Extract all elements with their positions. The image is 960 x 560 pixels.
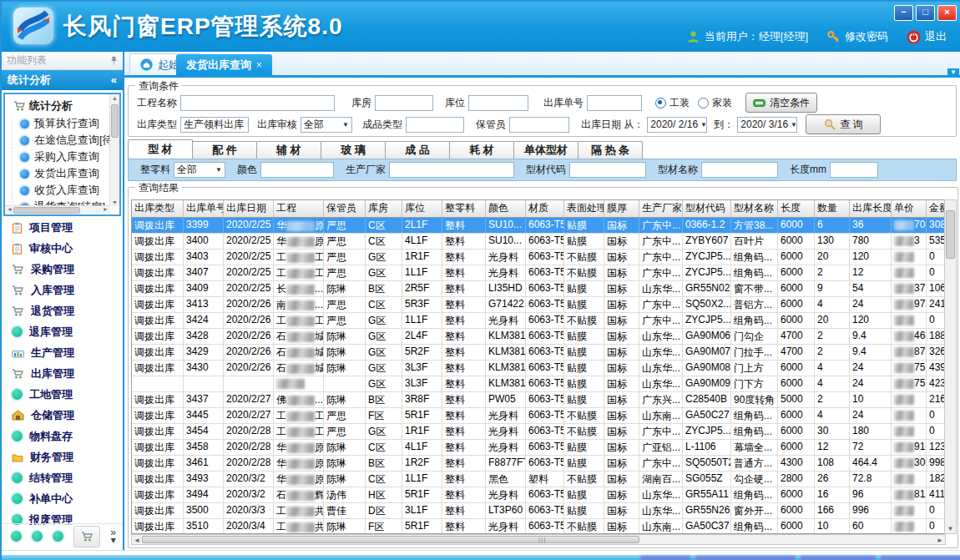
minimize-button[interactable]: − bbox=[894, 5, 913, 21]
column-header-表面处理[interactable]: 表面处理 bbox=[564, 200, 604, 217]
table-vertical-scrollbar[interactable]: ▼ bbox=[944, 199, 957, 534]
sidebar-item-仓储管理[interactable]: 仓储管理 bbox=[2, 405, 123, 426]
material-tab-玻璃[interactable]: 玻 璃 bbox=[321, 141, 386, 159]
sidebar-item-退货管理[interactable]: 退货管理 bbox=[2, 300, 123, 321]
sidebar-item-生产管理[interactable]: 生产管理 bbox=[2, 342, 123, 363]
column-header-膜厚[interactable]: 膜厚 bbox=[604, 200, 639, 217]
table-row[interactable]: G区3L3F整料KLM38176063-T5贴膜国标山东华...GA90M09.… bbox=[132, 376, 946, 392]
table-row[interactable]: 调拨出库35102020/3/4工共工程陈琳F区5R1F整料光身料6063-T5… bbox=[132, 519, 946, 534]
change-password-button[interactable]: 修改密码 bbox=[826, 29, 888, 44]
column-header-出库日期[interactable]: 出库日期 bbox=[224, 200, 274, 217]
date-to-select[interactable]: 2020/ 3/16▼ bbox=[737, 117, 797, 133]
maximize-button[interactable]: □ bbox=[916, 5, 935, 21]
logout-button[interactable]: 退出 bbox=[907, 29, 947, 44]
sidebar-item-出库管理[interactable]: 出库管理 bbox=[2, 363, 123, 384]
sidebar-item-结转管理[interactable]: 结转管理 bbox=[2, 467, 123, 488]
cart-toolbar-button[interactable] bbox=[73, 526, 100, 547]
product-type-input[interactable] bbox=[406, 117, 464, 133]
table-row[interactable]: 调拨出库33992020/2/25华原...严思C区2L1F整料SU10...6… bbox=[132, 218, 946, 234]
circle-icon[interactable] bbox=[11, 531, 22, 542]
table-row[interactable]: 调拨出库34282020/2/26石城陈琳G区2L4F整料KLM38176063… bbox=[132, 329, 946, 345]
table-row[interactable]: 调拨出库34452020/2/27工工程严思F区5R1F整料光身料6063-T5… bbox=[132, 408, 946, 424]
table-row[interactable]: 调拨出库34302020/2/26石城陈琳G区3L3F整料KLM38176063… bbox=[132, 361, 946, 376]
column-header-工程[interactable]: 工程 bbox=[274, 200, 324, 217]
material-tab-配件[interactable]: 配 件 bbox=[192, 141, 257, 159]
sidebar-item-财务管理[interactable]: 财务管理 bbox=[2, 446, 123, 467]
material-tab-型材[interactable]: 型 材 bbox=[128, 139, 193, 159]
clear-conditions-button[interactable]: 清空条件 bbox=[745, 93, 817, 113]
column-header-金额[interactable]: 金额 bbox=[927, 200, 946, 217]
table-row[interactable]: 调拨出库34372020/2/27佛...陈琳B区3R8F整料PW056063-… bbox=[132, 392, 946, 408]
sidebar-item-物料盘存[interactable]: 物料盘存 bbox=[2, 426, 123, 446]
tree-item-发货出库查询[interactable]: 发货出库查询 bbox=[7, 165, 109, 182]
column-header-库房[interactable]: 库房 bbox=[366, 200, 402, 217]
sidebar-item-入库管理[interactable]: 入库管理 bbox=[2, 280, 123, 300]
table-row[interactable]: 调拨出库34932020/3/2华原...陈琳C区1L1F整料黑色塑料不贴膜国标… bbox=[132, 472, 946, 487]
order-no-input[interactable] bbox=[587, 95, 642, 111]
close-button[interactable]: × bbox=[937, 5, 957, 21]
tree-vertical-scrollbar[interactable]: ▲▼ bbox=[109, 94, 119, 206]
table-row[interactable]: 调拨出库35002020/3/3工共工程曹佳D区3L1F整料LT3P606063… bbox=[132, 503, 946, 519]
table-row[interactable]: 调拨出库34132020/2/26南...严思C区5R3F整料G71422606… bbox=[132, 297, 946, 313]
circle-icon[interactable] bbox=[32, 531, 43, 542]
tab-list-dropdown-icon[interactable]: ▼ bbox=[947, 68, 959, 77]
circle-icon[interactable] bbox=[53, 531, 63, 542]
sidebar-item-采购管理[interactable]: 采购管理 bbox=[2, 259, 123, 280]
factory-input[interactable] bbox=[389, 162, 514, 178]
table-row[interactable]: 调拨出库34582020/2/28华原...陈琳C区4L1F整料光身料6063-… bbox=[132, 440, 946, 456]
column-header-出库长度[interactable]: 出库长度 bbox=[850, 200, 892, 217]
warehouse-input[interactable] bbox=[375, 95, 433, 111]
color-input[interactable] bbox=[260, 162, 334, 178]
column-header-颜色[interactable]: 颜色 bbox=[486, 200, 526, 217]
pin-icon[interactable] bbox=[110, 56, 118, 65]
length-input[interactable] bbox=[830, 162, 878, 178]
table-row[interactable]: 调拨出库34292020/2/26石城陈琳G区5R2F整料KLM38176063… bbox=[132, 345, 946, 361]
audit-select[interactable]: 全部▼ bbox=[301, 117, 352, 133]
material-tab-单体型材[interactable]: 单体型材 bbox=[513, 141, 579, 159]
radio-jiazhuang[interactable]: 家装 bbox=[698, 96, 732, 110]
table-row[interactable]: 调拨出库34612020/2/28华原...陈琳B区1R2F整料F8877FT6… bbox=[132, 456, 946, 472]
column-header-材质[interactable]: 材质 bbox=[526, 200, 564, 217]
profile-name-input[interactable] bbox=[701, 162, 778, 178]
table-row[interactable]: 调拨出库34072020/2/25工工程严思G区1L1F整料光身料6063-T5… bbox=[132, 265, 946, 281]
tree-root[interactable]: 统计分析 bbox=[7, 96, 109, 115]
radio-gongzhuang[interactable]: 工装 bbox=[655, 96, 690, 110]
table-horizontal-scrollbar[interactable]: ◄ ||| ► bbox=[131, 534, 946, 545]
sidebar-item-退库管理[interactable]: 退库管理 bbox=[2, 321, 123, 342]
tree-item-收货入库查询[interactable]: 收货入库查询 bbox=[7, 182, 109, 199]
table-row[interactable]: 调拨出库34242020/2/26工工程严思G区1L1F整料光身料6063-T5… bbox=[132, 313, 946, 329]
material-tab-辅材[interactable]: 辅 材 bbox=[256, 141, 321, 159]
out-type-select[interactable]: 生产领料出库▼ bbox=[180, 117, 249, 133]
table-row[interactable]: 调拨出库34032020/2/25工工程严思G区1R1F整料光身料6063-T5… bbox=[132, 250, 946, 265]
search-button[interactable]: 查 询 bbox=[806, 114, 881, 134]
tree-item-在途信息查询[待[interactable]: 在途信息查询[待 bbox=[7, 132, 109, 149]
tree-item-采购入库查询[interactable]: 采购入库查询 bbox=[7, 149, 109, 165]
tree-item-预算执行查询[interactable]: 预算执行查询 bbox=[7, 115, 109, 132]
column-header-单价[interactable]: 单价 bbox=[892, 200, 927, 217]
table-row[interactable]: 调拨出库34002020/2/25华原...严思C区4L1F整料SU10...6… bbox=[132, 234, 946, 250]
sidebar-item-补单中心[interactable]: 补单中心 bbox=[2, 488, 123, 509]
material-tab-隔热条[interactable]: 隔 热 条 bbox=[578, 141, 643, 159]
keeper-input[interactable] bbox=[509, 117, 569, 133]
material-tab-成品[interactable]: 成 品 bbox=[385, 141, 450, 159]
zhengling-select[interactable]: 全部▼ bbox=[174, 162, 225, 178]
column-header-数量[interactable]: 数量 bbox=[815, 200, 850, 217]
profile-code-input[interactable] bbox=[569, 162, 646, 178]
material-tab-耗材[interactable]: 耗 材 bbox=[449, 141, 514, 159]
table-row[interactable]: 调拨出库34542020/2/28工工程严思G区1R1F整料光身料6063-T5… bbox=[132, 424, 946, 440]
column-header-出库单号[interactable]: 出库单号 bbox=[184, 200, 224, 217]
column-header-库位[interactable]: 库位 bbox=[402, 200, 442, 217]
sidebar-item-审核中心[interactable]: 审核中心 bbox=[2, 238, 123, 259]
sidebar-item-项目管理[interactable]: 项目管理 bbox=[2, 217, 123, 238]
column-header-出库类型[interactable]: 出库类型 bbox=[132, 200, 184, 217]
column-header-长度[interactable]: 长度 bbox=[778, 200, 815, 217]
tab-close-icon[interactable]: × bbox=[256, 59, 262, 71]
column-header-整零料[interactable]: 整零料 bbox=[442, 200, 486, 217]
sidebar-item-工地管理[interactable]: 工地管理 bbox=[2, 384, 123, 405]
overflow-chevron[interactable]: »▾ bbox=[110, 529, 116, 544]
tab-shipment-outbound-query[interactable]: 发货出库查询 × bbox=[176, 54, 272, 75]
project-name-input[interactable] bbox=[180, 95, 335, 111]
date-from-select[interactable]: 2020/ 2/16▼ bbox=[647, 117, 707, 133]
column-header-生产厂家[interactable]: 生产厂家 bbox=[639, 200, 683, 217]
location-input[interactable] bbox=[468, 95, 528, 111]
